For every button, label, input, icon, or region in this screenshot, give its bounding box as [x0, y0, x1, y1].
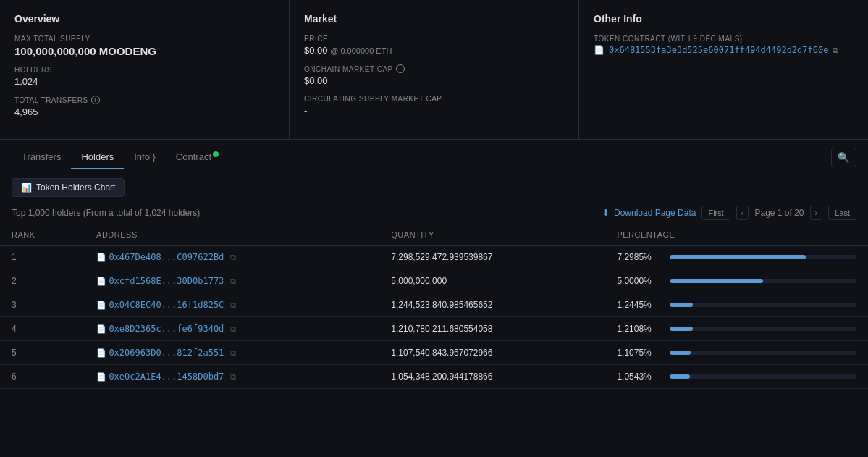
contract-copy-button[interactable]: ⧉: [833, 46, 838, 55]
table-body: 1 📄 0x467De408...C097622Bd ⧉ 7,298,529,4…: [0, 246, 868, 389]
percentage-label: 7.2985%: [617, 252, 664, 262]
percentage-bar-bg: [670, 327, 856, 331]
onchain-cap-info-icon[interactable]: i: [396, 64, 405, 73]
col-quantity: Quantity: [379, 225, 605, 246]
price-label: PRICE: [304, 35, 564, 43]
next-page-button[interactable]: ›: [810, 206, 823, 220]
percentage-label: 5.0000%: [617, 276, 664, 286]
market-card: Market PRICE $0.00 @ 0.000000 ETH ONCHAI…: [290, 0, 579, 139]
percentage-label: 1.2108%: [617, 324, 664, 334]
percentage-bar-bg: [670, 279, 856, 283]
rank-cell: 5: [0, 341, 85, 365]
contract-file-icon: 📄: [96, 348, 106, 357]
circ-cap-label: CIRCULATING SUPPLY MARKET CAP: [304, 95, 564, 103]
percentage-bar-bg: [670, 374, 856, 379]
table-toolbar: Top 1,000 holders (From a total of 1,024…: [0, 206, 868, 225]
address-cell: 📄 0x04C8EC40...16f1d825C ⧉: [85, 293, 379, 317]
max-supply-label: MAX TOTAL SUPPLY: [14, 35, 274, 43]
tabs-bar: Transfers Holders Info } Contract 🔍: [0, 140, 868, 169]
address-link[interactable]: 0x04C8EC40...16f1d825C: [109, 300, 224, 310]
other-info-card: Other Info TOKEN CONTRACT (WITH 9 DECIMA…: [579, 0, 868, 139]
address-link[interactable]: 0xe8D2365c...fe6f9340d: [109, 324, 224, 334]
percentage-label: 1.0543%: [617, 372, 664, 382]
address-link[interactable]: 0xcfd1568E...30D0b1773: [109, 276, 224, 286]
page-info: Page 1 of 20: [754, 208, 804, 218]
percentage-bar-fill: [670, 303, 693, 307]
transfers-value: 4,965: [14, 106, 274, 117]
market-title: Market: [304, 13, 564, 25]
percentage-bar-fill: [670, 279, 763, 283]
circ-cap-value: -: [304, 105, 564, 116]
table-row: 2 📄 0xcfd1568E...30D0b1773 ⧉ 5,000,000,0…: [0, 269, 868, 293]
quantity-cell: 1,107,540,843.957072966: [379, 341, 605, 365]
quantity-cell: 5,000,000,000: [379, 269, 605, 293]
col-rank: Rank: [0, 225, 85, 246]
table-row: 1 📄 0x467De408...C097622Bd ⧉ 7,298,529,4…: [0, 246, 868, 269]
table-row: 6 📄 0xe0c2A1E4...1458D0bd7 ⧉ 1,054,348,2…: [0, 365, 868, 389]
download-page-data-button[interactable]: ⬇ Download Page Data: [602, 208, 696, 218]
table-header: Rank Address Quantity Percentage: [0, 225, 868, 246]
table-row: 5 📄 0x206963D0...812f2a551 ⧉ 1,107,540,8…: [0, 341, 868, 365]
tab-info[interactable]: Info }: [124, 146, 166, 169]
rank-cell: 1: [0, 246, 85, 269]
percentage-cell: 5.0000%: [605, 269, 868, 293]
address-cell: 📄 0xe8D2365c...fe6f9340d ⧉: [85, 317, 379, 341]
chevron-right-icon: ›: [815, 209, 818, 217]
percentage-bar-bg: [670, 303, 856, 307]
contract-label: TOKEN CONTRACT (WITH 9 DECIMALS): [594, 35, 854, 43]
tab-transfers[interactable]: Transfers: [12, 146, 71, 169]
holders-info-text: Top 1,000 holders (From a total of 1,024…: [12, 208, 200, 218]
percentage-bar-fill: [670, 327, 692, 331]
address-copy-icon[interactable]: ⧉: [230, 277, 236, 285]
address-cell: 📄 0x206963D0...812f2a551 ⧉: [85, 341, 379, 365]
transfers-info-icon[interactable]: i: [91, 96, 100, 104]
address-copy-icon[interactable]: ⧉: [230, 372, 236, 381]
token-holders-chart-button[interactable]: 📊 Token Holders Chart: [12, 178, 125, 197]
overview-card: Overview MAX TOTAL SUPPLY 100,000,000,00…: [0, 0, 290, 139]
address-copy-icon[interactable]: ⧉: [230, 348, 236, 357]
last-page-button[interactable]: Last: [828, 206, 856, 220]
address-cell: 📄 0x467De408...C097622Bd ⧉: [85, 246, 379, 269]
contract-value: 📄 0x6481553fa3e3d525e60071ff494d4492d2d7…: [594, 45, 854, 55]
top-cards: Overview MAX TOTAL SUPPLY 100,000,000,00…: [0, 0, 868, 140]
prev-page-button[interactable]: ‹: [736, 206, 749, 220]
quantity-cell: 7,298,529,472.939539867: [379, 246, 605, 269]
percentage-bar-fill: [670, 374, 689, 379]
address-cell: 📄 0xe0c2A1E4...1458D0bd7 ⧉: [85, 365, 379, 389]
address-link[interactable]: 0x206963D0...812f2a551: [109, 348, 224, 358]
pagination-controls: ⬇ Download Page Data First ‹ Page 1 of 2…: [602, 206, 856, 220]
price-eth: @ 0.000000 ETH: [330, 46, 392, 55]
col-percentage: Percentage: [605, 225, 868, 246]
contract-file-icon: 📄: [594, 45, 604, 55]
contract-file-icon: 📄: [96, 301, 106, 309]
quantity-cell: 1,210,780,211.680554058: [379, 317, 605, 341]
tab-holders[interactable]: Holders: [71, 146, 124, 169]
percentage-bar-bg: [670, 255, 856, 259]
address-link[interactable]: 0xe0c2A1E4...1458D0bd7: [109, 372, 224, 382]
holders-label: HOLDERS: [14, 66, 274, 74]
tab-contract[interactable]: Contract: [166, 146, 222, 169]
percentage-bar-bg: [670, 351, 856, 355]
percentage-label: 1.1075%: [617, 348, 664, 358]
overview-title: Overview: [14, 13, 274, 25]
onchain-cap-value: $0.00: [304, 75, 564, 86]
address-copy-icon[interactable]: ⧉: [230, 253, 236, 261]
contract-file-icon: 📄: [96, 324, 106, 333]
contract-file-icon: 📄: [96, 372, 106, 381]
contract-file-icon: 📄: [96, 277, 106, 285]
address-copy-icon[interactable]: ⧉: [230, 324, 236, 333]
col-address: Address: [85, 225, 379, 246]
table-search-button[interactable]: 🔍: [831, 148, 856, 167]
contract-file-icon: 📄: [96, 253, 106, 261]
rank-cell: 2: [0, 269, 85, 293]
address-copy-icon[interactable]: ⧉: [230, 301, 236, 309]
search-icon: 🔍: [838, 152, 850, 163]
table-row: 3 📄 0x04C8EC40...16f1d825C ⧉ 1,244,523,8…: [0, 293, 868, 317]
first-page-button[interactable]: First: [701, 206, 730, 220]
percentage-bar-fill: [670, 255, 806, 259]
address-link[interactable]: 0x467De408...C097622Bd: [109, 252, 224, 262]
other-info-title: Other Info: [594, 13, 854, 25]
percentage-cell: 7.2985%: [605, 246, 868, 269]
percentage-label: 1.2445%: [617, 300, 664, 310]
rank-cell: 6: [0, 365, 85, 389]
